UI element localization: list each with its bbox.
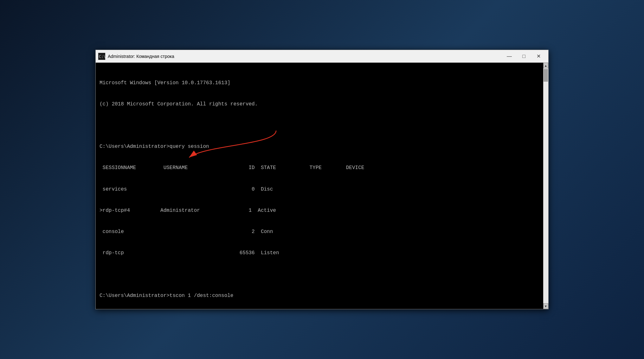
content-area: Microsoft Windows [Version 10.0.17763.16…: [96, 63, 548, 309]
close-button[interactable]: ✕: [531, 51, 546, 61]
row-services: services 0 Disc: [100, 186, 539, 193]
row-rdp-tcp: rdp-tcp 65536 Listen: [100, 249, 539, 256]
titlebar: C:\ Administrator: Командная строка — □ …: [96, 50, 548, 63]
svg-text:C:\: C:\: [99, 54, 105, 59]
scrollbar-track[interactable]: [543, 68, 548, 303]
window-controls: — □ ✕: [502, 51, 546, 61]
scroll-up-button[interactable]: ▲: [543, 63, 548, 68]
terminal[interactable]: Microsoft Windows [Version 10.0.17763.16…: [96, 63, 543, 309]
row-rdp-tcp4: >rdp-tcp#4 Administrator 1 Active: [100, 207, 539, 214]
minimize-button[interactable]: —: [502, 51, 517, 61]
window-title: Administrator: Командная строка: [108, 54, 502, 59]
blank-line-2: [100, 271, 539, 278]
scrollbar[interactable]: ▲ ▼: [543, 63, 548, 309]
cmd-icon: C:\: [98, 53, 105, 60]
query-command-line: C:\Users\Administrator>query session: [100, 143, 539, 150]
blank-line-1: [100, 122, 539, 129]
table-header: SESSIONNAME USERNAME ID STATE TYPE DEVIC…: [100, 164, 539, 171]
cmd-window: C:\ Administrator: Командная строка — □ …: [95, 50, 549, 309]
terminal-output: Microsoft Windows [Version 10.0.17763.16…: [100, 65, 539, 309]
scrollbar-thumb[interactable]: [544, 69, 548, 82]
version-line: Microsoft Windows [Version 10.0.17763.16…: [100, 79, 539, 86]
tscon-command-line: C:\Users\Administrator>tscon 1 /dest:con…: [100, 292, 539, 299]
row-console: console 2 Conn: [100, 228, 539, 235]
scroll-down-button[interactable]: ▼: [543, 303, 548, 309]
copyright-line: (c) 2018 Microsoft Corporation. All righ…: [100, 101, 539, 108]
maximize-button[interactable]: □: [517, 51, 531, 61]
